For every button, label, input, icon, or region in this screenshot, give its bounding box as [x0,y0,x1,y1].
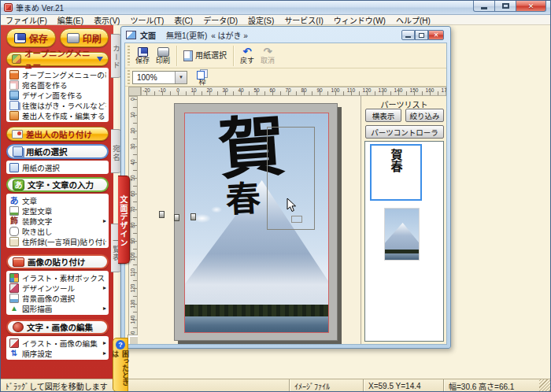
ruler-label: 90 [313,87,326,93]
submenu-arrow-icon: ▸ [103,349,106,357]
ruler-label: 70 [129,205,137,214]
undo-button[interactable]: ↶ 戻す [237,46,257,65]
frame-tool-button[interactable]: 枠 [194,68,211,87]
sidebar-item-opening-menu-display[interactable]: オープニングメニューの表示 [9,69,106,80]
selection-rectangle[interactable] [267,127,315,230]
submenu-arrow-icon: ▸ [103,305,106,312]
ruler-label: 140 [392,87,405,93]
sidebar-item-design-tool[interactable]: デザインツール ▸ [9,283,106,293]
ruler-label: 10 [187,87,200,93]
close-button[interactable]: ✕ [516,1,546,12]
sidebar-item-template-text[interactable]: 定型文章 [9,205,106,216]
sidebar-item-decorated-text[interactable]: 飾 装飾文字 ▸ [9,216,106,226]
sidebar-item-shape-draw[interactable]: ▲ 図形描画 ▸ [9,303,106,313]
sidebar-item-address-book-paste[interactable]: 住所録(一言項目)貼り付け [9,236,106,246]
resize-grip[interactable] [539,379,550,392]
opening-menu-button[interactable]: オープニングメニュー [6,52,109,66]
zoom-dropdown-arrow-icon[interactable]: ▼ [175,72,187,83]
titlebar[interactable]: 筆まめ Ver.21 ✕ [1,1,550,15]
menu-help[interactable]: ヘルプ(H) [396,14,431,26]
paper-stack-icon [13,146,23,157]
zoom-select[interactable]: 100% ▼ [132,71,187,84]
part-thumbnail-calligraphy-selected[interactable]: 賀春 [370,144,422,201]
menu-tools[interactable]: ツール(T) [130,14,164,26]
sidebar-item-edit-sender[interactable]: 差出人を作成・編集する [9,110,106,120]
document-restore-button[interactable] [415,30,428,40]
doc-save-button[interactable]: 保存 [132,46,153,65]
text-image-edit-panel: イラスト・画像の編集 ▸ ⇅ 順序設定 ▸ [6,336,109,360]
ruler-label: 110 [345,87,357,93]
horizontal-display-button[interactable]: 横表示 [365,109,401,122]
sidebar-item-make-return-postcard[interactable]: 往復はがき・ラベルなどを作る [9,100,106,110]
blue-page-icon [9,163,19,172]
ruler-label: 30 [129,142,137,151]
ruler-label: 130 [129,299,137,309]
maximize-button[interactable] [495,1,516,12]
menu-view[interactable]: 表示(V) [94,14,120,26]
minimize-button[interactable] [473,1,495,12]
opening-menu-display-icon [9,70,19,80]
drag-ghost-rect [291,216,302,223]
parts-controller-button[interactable]: パーツコントローラ [365,125,444,139]
printer-icon [67,33,80,43]
mini-mount-fuji [384,223,420,251]
submenu-arrow-icon: ▸ [103,284,106,291]
ruler-label: 110 [129,268,137,277]
menu-settings[interactable]: 設定(S) [248,14,274,26]
ruler-label: 50 [250,87,263,93]
object-handle[interactable] [159,211,165,218]
menu-file[interactable]: ファイル(F) [6,14,47,26]
sidebar-item-illust-image-edit[interactable]: イラスト・画像の編集 ▸ [9,338,106,348]
object-handle[interactable] [190,213,196,220]
menu-service[interactable]: サービス(I) [284,14,323,26]
parts-thumbnail-list: 賀春 [364,141,444,342]
sidebar-item-make-address-side[interactable]: 宛名面を作る [9,80,106,90]
menu-window[interactable]: ウィンドウ(W) [334,14,386,26]
ruler-label: 50 [129,173,137,183]
document-minimize-button[interactable] [401,30,415,40]
parts-list-panel: パーツリスト 横表示 絞り込み パーツコントローラ 賀春 [361,96,447,345]
ruler-label: -20 [140,87,153,93]
document-close-button[interactable]: ✕ [428,30,444,40]
menu-data[interactable]: データ(D) [203,14,238,26]
sender-paste-button[interactable]: 差出人の貼り付け [6,127,109,141]
menu-edit[interactable]: 編集(E) [57,14,83,26]
toolbar-grip[interactable] [128,46,130,65]
paper-select-icon [183,50,193,61]
design-photo-icon [9,91,19,100]
sidebar-item-background-select[interactable]: 背景画像の選択 [9,293,106,303]
tab-help[interactable]: ? 困ったときは [113,338,128,392]
sidebar-item-paper-select[interactable]: 用紙の選択 [9,162,106,172]
sidebar-item-make-design-side[interactable]: デザイン面を作る [9,90,106,100]
filter-button[interactable]: 絞り込み [405,109,444,122]
sidebar-item-illust-material-box[interactable]: イラスト・素材ボックス [9,272,106,283]
sidebar-item-order-setting[interactable]: ⇅ 順序設定 ▸ [9,348,106,358]
ruler-label: 130 [376,87,389,93]
paper-select-header[interactable]: 用紙の選択 [6,144,109,159]
paper-select-tool-button[interactable]: 用紙選択 [180,50,230,62]
tab-design-side-active[interactable]: 文面デザイン [118,176,130,264]
ruler-label: 90 [129,236,137,246]
part-thumbnail-fuji-photo[interactable] [384,208,420,261]
ruler-label: -10 [156,87,168,93]
object-handle[interactable] [174,214,179,221]
background-page-icon [9,294,19,303]
ruler-label: 80 [298,87,310,93]
sidebar-item-text[interactable]: あ 文章 [9,195,106,205]
image-paste-header[interactable]: 画像の貼り付け [6,254,109,269]
text-input-header[interactable]: あ 文字・文章の入力 [6,177,109,192]
menu-table[interactable]: 表(C) [174,14,193,26]
toolbar-grip[interactable] [128,70,130,84]
save-button[interactable]: 保存 [6,28,56,47]
calligraphy-char-shun[interactable]: 春 [221,179,266,222]
horizontal-ruler: -20-100102030405060708090100110120130140… [141,87,446,96]
print-button[interactable]: 印刷 [60,28,109,47]
sidebar-item-speech-balloon[interactable]: 吹き出し [9,226,106,236]
submenu-arrow-icon: ▸ [103,217,106,224]
text-image-edit-header[interactable]: 文字・画像の編集 [6,320,109,335]
redo-button[interactable]: ↷ 取消 [257,46,278,65]
doc-print-button[interactable]: 印刷 [153,46,173,65]
document-window: 文面 無題1(更新) « はがき » ✕ 保存 印刷 [120,26,451,349]
document-window-titlebar[interactable]: 文面 無題1(更新) « はがき » ✕ [121,27,450,43]
menubar: ファイル(F) 編集(E) 表示(V) ツール(T) 表(C) データ(D) 設… [1,15,550,25]
